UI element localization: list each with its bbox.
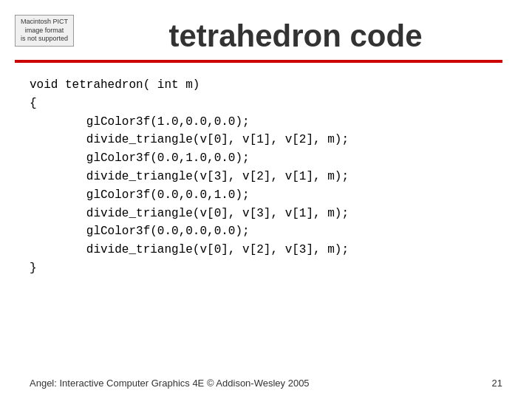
red-divider [15,60,502,63]
code-line: glColor3f(0.0,0.0,1.0); [30,186,502,205]
code-line: void tetrahedron( int m) [30,76,502,95]
code-line: } [30,259,502,278]
code-line: divide_triangle(v[3], v[2], v[1], m); [30,168,502,186]
footer-label: Angel: Interactive Computer Graphics 4E … [30,378,310,389]
slide: Macintosh PICTimage formatis not support… [0,0,532,399]
code-line: glColor3f(0.0,0.0,0.0); [30,222,502,241]
footer: Angel: Interactive Computer Graphics 4E … [30,378,502,389]
slide-title: tetrahedron code [89,15,502,54]
code-line: divide_triangle(v[0], v[1], v[2], m); [30,131,502,149]
code-line: divide_triangle(v[0], v[2], v[3], m); [30,241,502,259]
image-placeholder: Macintosh PICTimage formatis not support… [15,15,74,47]
code-line: divide_triangle(v[0], v[3], v[1], m); [30,205,502,223]
code-line: { [30,95,502,113]
top-bar: Macintosh PICTimage formatis not support… [15,15,502,54]
code-line: glColor3f(0.0,1.0,0.0); [30,149,502,168]
code-block: void tetrahedron( int m){ glColor3f(1.0,… [30,76,502,278]
code-line: glColor3f(1.0,0.0,0.0); [30,113,502,132]
page-number: 21 [492,378,502,389]
